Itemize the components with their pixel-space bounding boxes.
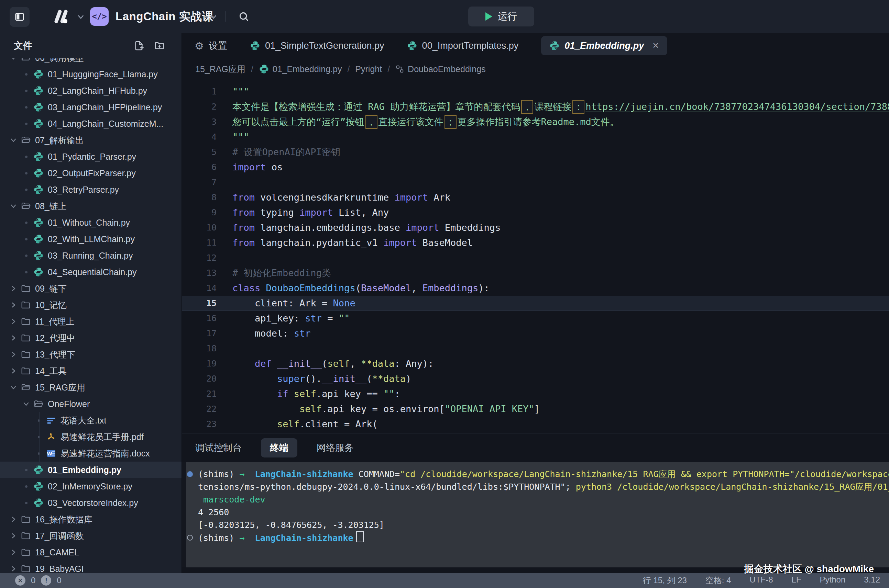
tree-file-item[interactable]: 04_LangChain_CustomizeM... <box>0 116 182 132</box>
tree-file-item[interactable]: 易速鲜花员工手册.pdf <box>0 429 182 445</box>
code-line-text: def __init__(self, **data: Any): <box>232 356 433 371</box>
new-file-icon[interactable] <box>133 40 144 51</box>
tree-file-item[interactable]: 02_InMemoryStore.py <box>0 478 182 495</box>
line-number: 13 <box>182 266 232 280</box>
status-item[interactable]: 3.12 <box>864 575 880 586</box>
project-title[interactable]: LangChain 实战课 <box>116 9 214 24</box>
tree-folder-item[interactable]: 12_代理中 <box>0 330 182 346</box>
tree-file-item[interactable]: 03_Running_Chain.py <box>0 247 182 264</box>
play-icon <box>486 12 492 21</box>
tab-设置[interactable]: ⚙设置 <box>195 39 227 52</box>
sidebar-toggle-button[interactable] <box>10 7 30 27</box>
status-item[interactable]: 空格: 4 <box>705 575 731 586</box>
tree-folder-item[interactable]: 13_代理下 <box>0 346 182 363</box>
breadcrumb-item[interactable]: 01_Embedding.py <box>259 64 342 74</box>
tab-01_SimpleTextGeneration.py[interactable]: 01_SimpleTextGeneration.py <box>250 40 384 51</box>
search-icon[interactable] <box>238 10 250 22</box>
code-token: def <box>255 358 277 369</box>
watermark: 掘金技术社区 @ shadowMike <box>744 562 874 576</box>
tree-file-item[interactable]: 01_Embedding.py <box>0 462 182 478</box>
panel-tab-调试控制台[interactable]: 调试控制台 <box>195 442 242 454</box>
new-folder-icon[interactable] <box>154 40 165 51</box>
workspace-chevron-down-icon[interactable] <box>76 12 85 21</box>
file-dot <box>25 502 27 504</box>
tree-file-item[interactable]: W易速鲜花运营指南.docx <box>0 445 182 462</box>
breadcrumb-item[interactable]: DoubaoEmbeddings <box>395 64 486 74</box>
code-token: Ark <box>428 192 450 202</box>
tree-file-item[interactable]: 03_VectorstoreIndex.py <box>0 495 182 511</box>
tree-file-item[interactable]: 04_SequentialChain.py <box>0 264 182 280</box>
folder-icon <box>20 514 32 525</box>
tab-00_ImportTemplates.py[interactable]: 00_ImportTemplates.py <box>407 40 519 51</box>
folder-icon <box>20 531 32 541</box>
tree-folder-item[interactable]: 15_RAG应用 <box>0 379 182 396</box>
code-line-text: """ <box>232 129 249 145</box>
code-line: 19 def __init__(self, **data: Any): <box>182 356 889 371</box>
tree-folder-item[interactable]: 07_解析输出 <box>0 132 182 148</box>
breadcrumb-label: 01_Embedding.py <box>272 64 342 74</box>
tab-label: 01_Embedding.py <box>564 40 644 51</box>
tree-folder-item[interactable]: 19_BabyAGI <box>0 561 182 573</box>
code-line: 8from volcenginesdkarkruntime import Ark <box>182 190 889 205</box>
run-button[interactable]: 运行 <box>468 6 534 27</box>
line-number: 15 <box>182 296 232 311</box>
panel-tab-网络服务[interactable]: 网络服务 <box>317 442 354 454</box>
code-line: 22 self.api_key = os.environ["OPENAI_API… <box>182 402 889 417</box>
tree-file-item[interactable]: 03_RetryParser.py <box>0 182 182 198</box>
code-token: str <box>294 328 311 339</box>
tree-file-item[interactable]: 01_Without_Chain.py <box>0 214 182 231</box>
tab-01_Embedding.py[interactable]: 01_Embedding.py✕ <box>541 36 667 55</box>
code-line-text: from volcenginesdkarkruntime import Ark <box>232 190 450 205</box>
tree-file-item[interactable]: 01_Pydantic_Parser.py <box>0 148 182 165</box>
code-editor[interactable]: 1"""2本文件是【检索增强生成：通过 RAG 助力鲜花运营】章节的配套代码，课… <box>182 80 889 433</box>
code-token: .api_key = os.environ[ <box>322 404 445 414</box>
tree-file-item[interactable]: 03_LangChain_HFPipeline.py <box>0 99 182 116</box>
tree-folder-item[interactable]: 14_工具 <box>0 363 182 379</box>
status-item[interactable]: UTF-8 <box>750 575 773 586</box>
close-icon[interactable]: ✕ <box>652 41 659 51</box>
tree-folder-item[interactable]: 18_CAMEL <box>0 544 182 561</box>
code-line-text: # 设置OpenAI的API密钥 <box>232 145 340 160</box>
tree-folder-item[interactable]: 06_调用模型 <box>0 58 182 66</box>
file-dot <box>25 255 27 257</box>
breadcrumb-separator: / <box>387 64 390 74</box>
terminal-cursor[interactable] <box>356 531 364 542</box>
terminal-line: (shims) → LangChain-shizhanke COMMAND="c… <box>198 468 889 480</box>
status-item[interactable]: LF <box>792 575 801 586</box>
line-number: 7 <box>182 175 232 190</box>
problems-status[interactable]: ✕ 0 ! 0 <box>0 575 62 586</box>
tree-folder-item[interactable]: 09_链下 <box>0 280 182 297</box>
tree-folder-item[interactable]: 17_回调函数 <box>0 528 182 544</box>
tree-file-item[interactable]: 02_LangChain_HFHub.py <box>0 82 182 99</box>
panel-tab-终端[interactable]: 终端 <box>261 438 297 458</box>
status-item[interactable]: 行 15, 列 23 <box>643 575 687 586</box>
tree-item-label: 11_代理上 <box>35 316 75 327</box>
breadcrumb-label: DoubaoEmbeddings <box>408 64 486 74</box>
tree-file-item[interactable]: 02_With_LLMChain.py <box>0 231 182 247</box>
breadcrumb-item[interactable]: Pyright <box>355 64 382 74</box>
line-number: 8 <box>182 190 232 205</box>
code-token: # 初始化Embedding类 <box>232 267 331 278</box>
code-token: ( <box>355 283 361 293</box>
marscode-logo-icon[interactable] <box>49 8 73 25</box>
breadcrumb-item[interactable]: 15_RAG应用 <box>195 63 245 75</box>
tree-file-item[interactable]: 花语大全.txt <box>0 412 182 429</box>
chevron-down-icon <box>7 58 20 62</box>
project-chevron-down-icon[interactable] <box>209 12 218 21</box>
tree-file-item[interactable]: 02_OutputFixParser.py <box>0 165 182 182</box>
tree-folder-item[interactable]: 08_链上 <box>0 198 182 214</box>
symbol-icon <box>395 64 404 74</box>
tree-item-label: 09_链下 <box>35 283 67 294</box>
statusbar-right: 行 15, 列 23空格: 4UTF-8LFPython3.12 <box>643 575 889 586</box>
status-item[interactable]: Python <box>820 575 846 586</box>
tree-folder-item[interactable]: 11_代理上 <box>0 313 182 330</box>
tree-folder-item[interactable]: 10_记忆 <box>0 297 182 313</box>
tree-folder-item[interactable]: OneFlower <box>0 396 182 412</box>
tree-file-item[interactable]: 01_HugggingFace_Llama.py <box>0 66 182 82</box>
chevron-right-icon <box>7 317 20 326</box>
terminal[interactable]: (shims) → LangChain-shizhanke COMMAND="c… <box>187 462 889 567</box>
tree-folder-item[interactable]: 16_操作数据库 <box>0 511 182 528</box>
code-link[interactable]: https://juejin.cn/book/73877023474361303… <box>585 101 889 112</box>
tree-item-label: 18_CAMEL <box>35 548 79 557</box>
code-token: client: Ark = <box>232 298 333 308</box>
